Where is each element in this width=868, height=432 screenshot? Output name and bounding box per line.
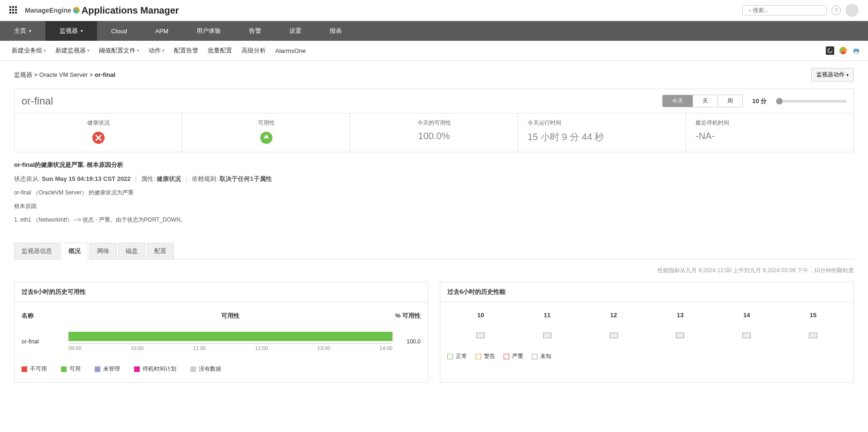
nav-ux[interactable]: 用户体验: [182, 21, 235, 41]
tab-overview[interactable]: 概况: [61, 243, 88, 260]
perf-boxes: [447, 333, 846, 338]
avatar[interactable]: [845, 4, 859, 17]
col-pct: % 可用性: [392, 312, 421, 320]
breadcrumb-l2[interactable]: Oracle VM Server: [39, 71, 88, 78]
slider-thumb[interactable]: [776, 98, 783, 104]
perf-legend: 正常 警告 严重 未知: [447, 352, 846, 360]
logo-text-2: Applications Manager: [82, 5, 179, 16]
legend-nodata: 没有数据: [190, 365, 221, 373]
search-box[interactable]: ▾: [742, 5, 827, 15]
breadcrumb-l1[interactable]: 监视器: [14, 71, 32, 78]
legend-critical: 严重: [504, 352, 523, 360]
subnav-advanced[interactable]: 高级分析: [237, 45, 271, 57]
subnav-config-alert[interactable]: 配置告警: [169, 45, 203, 57]
breadcrumb: 监视器 > Oracle VM Server > or-final: [14, 71, 115, 79]
nav-settings[interactable]: 设置: [275, 21, 316, 41]
stat-uptime-value: 15 小时 9 分 44 秒: [528, 131, 676, 143]
logo-text-1: ManageEngine: [25, 7, 71, 14]
subnav-alarmsone[interactable]: AlarmsOne: [271, 45, 310, 56]
chart-icon[interactable]: [838, 46, 848, 55]
caret-down-icon: ▾: [29, 29, 31, 33]
perf-box: [742, 333, 751, 338]
avail-ticks: 09:00 10:00 11:00 12:00 13:00 14:00: [68, 343, 392, 351]
time-tabs: 今天 天 周: [662, 95, 743, 107]
search-input[interactable]: [753, 7, 823, 14]
stat-health: 健康状况: [15, 113, 182, 152]
health-critical-icon: [24, 131, 173, 146]
stat-today-avail-value: 100.0%: [360, 131, 508, 142]
help-icon[interactable]: ?: [831, 6, 841, 15]
stat-health-label: 健康状况: [24, 119, 173, 127]
caret-down-icon: ▾: [162, 48, 165, 53]
health-title: or-final的健康状况是严重. 根本原因分析: [14, 161, 854, 169]
legend-unmanaged: 未管理: [95, 365, 120, 373]
subnav-actions[interactable]: 动作▾: [144, 45, 169, 57]
col-name: 名称: [22, 312, 68, 320]
sub-nav: 新建业务组▾ 新建监视器▾ 阈值配置文件▾ 动作▾ 配置告警 批量配置 高级分析…: [0, 41, 868, 61]
performance-note: 性能指标从九月 9,2024 12:00 上午到九月 9,2024 03:09 …: [14, 267, 854, 275]
legend-normal: 正常: [447, 352, 467, 360]
svg-rect-2: [826, 46, 834, 55]
nav-reports[interactable]: 报表: [316, 21, 356, 41]
search-caret-icon: ▾: [749, 8, 751, 13]
time-tab-week[interactable]: 周: [718, 95, 742, 107]
panel1-title: 过去6小时的历史可用性: [15, 282, 428, 302]
legend-unavailable: 不可用: [22, 365, 47, 373]
time-slider[interactable]: [776, 100, 846, 103]
subnav-new-group[interactable]: 新建业务组▾: [7, 45, 51, 57]
panel-performance-history: 过去6小时的历史性能 10 11 12 13 14 15: [440, 282, 854, 383]
nav-apm[interactable]: APM: [141, 21, 182, 41]
tab-disk[interactable]: 磁盘: [118, 243, 145, 259]
caret-down-icon: ▾: [846, 73, 849, 77]
tab-config[interactable]: 配置: [147, 243, 174, 259]
tab-network[interactable]: 网络: [90, 243, 117, 259]
health-status-line: 状态依从: Sun May 15 04:19:13 CST 2022 | 属性:…: [14, 175, 854, 183]
time-tab-day[interactable]: 天: [693, 95, 718, 107]
perf-box: [809, 333, 817, 338]
panel-availability-history: 过去6小时的历史可用性 名称 可用性 % 可用性 or-final 09:00 …: [14, 282, 428, 383]
avail-row-pct: 100.0: [392, 338, 421, 345]
logo-swirl-icon: [73, 7, 80, 14]
subnav-threshold[interactable]: 阈值配置文件▾: [94, 45, 144, 57]
stat-lastdown-label: 最近停机时间: [695, 119, 844, 127]
panel2-title: 过去6小时的历史性能: [440, 282, 853, 302]
nav-home[interactable]: 主页▾: [0, 21, 45, 41]
stat-lastdown: 最近停机时间 -NA-: [686, 113, 853, 152]
perf-box: [543, 333, 551, 338]
nav-cloud[interactable]: Cloud: [97, 21, 141, 41]
main-nav: 主页▾ 监视器▾ Cloud APM 用户体验 告警 设置 报表: [0, 21, 868, 41]
nav-monitors[interactable]: 监视器▾: [45, 21, 97, 41]
subnav-new-monitor[interactable]: 新建监视器▾: [51, 45, 94, 57]
legend-warning: 警告: [476, 352, 495, 360]
avail-bar: [68, 332, 392, 341]
perf-box: [610, 333, 618, 338]
page-title: or-final: [22, 95, 53, 107]
health-section: or-final的健康状况是严重. 根本原因分析 状态依从: Sun May 1…: [14, 161, 854, 224]
caret-down-icon: ▾: [87, 48, 90, 53]
svg-rect-5: [854, 48, 858, 49]
time-granularity-label: 10 分: [752, 97, 767, 105]
svg-rect-6: [854, 52, 858, 53]
legend-available: 可用: [61, 365, 81, 373]
stat-uptime: 今天运行时间 15 小时 9 分 44 秒: [518, 113, 686, 152]
print-icon[interactable]: [852, 46, 861, 55]
breadcrumb-l3: or-final: [95, 71, 115, 78]
stat-avail-label: 可用性: [192, 119, 340, 127]
subnav-batch[interactable]: 批量配置: [203, 45, 237, 57]
legend-scheduled: 停机时间计划: [134, 365, 176, 373]
stat-uptime-label: 今天运行时间: [528, 119, 676, 127]
stat-lastdown-value: -NA-: [695, 131, 844, 142]
apps-grid-icon[interactable]: [9, 6, 18, 15]
legend-unknown: 未知: [532, 352, 551, 360]
avail-legend: 不可用 可用 未管理 停机时间计划 没有数据: [22, 365, 421, 373]
stat-today-avail-label: 今天的可用性: [360, 119, 508, 127]
root-cause-label: 根本原因: [14, 202, 854, 210]
nav-alerts[interactable]: 告警: [235, 21, 275, 41]
root-cause-1: 1. eth1 （NetworkIntf） --> 状态 - 严重。由于状态为P…: [14, 216, 854, 224]
time-tab-today[interactable]: 今天: [663, 95, 693, 107]
tab-monitor-info[interactable]: 监视器信息: [14, 243, 60, 259]
logo: ManageEngine Applications Manager: [25, 5, 179, 16]
refresh-icon[interactable]: [825, 46, 835, 55]
monitor-actions-button[interactable]: 监视器动作▾: [811, 68, 854, 82]
avail-row-name: or-final: [22, 338, 68, 345]
